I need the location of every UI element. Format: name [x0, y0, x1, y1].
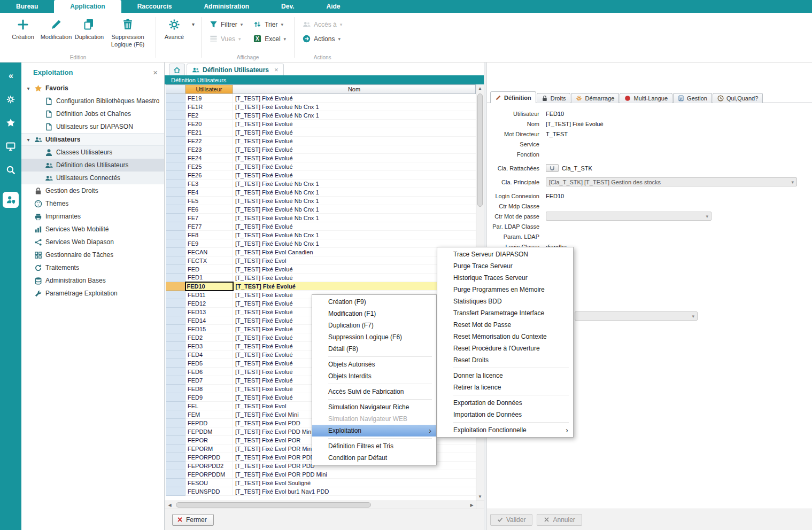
detail-tab-demarrage[interactable]: Démarrage [571, 93, 619, 103]
cell-utilisateur[interactable]: FED3 [185, 342, 233, 350]
field-dropdown-cla-principale[interactable]: [Cla_T_STK] [T_TEST] Gestion des stocks▾ [546, 177, 797, 186]
horizontal-scroll-thumb[interactable] [176, 502, 371, 508]
tree-item-gestionnaire-de-taches[interactable]: Gestionnaire de Tâches [21, 248, 164, 261]
cell-utilisateur[interactable]: FED13 [185, 308, 233, 316]
row-indicator[interactable] [166, 282, 185, 291]
field-value[interactable]: FED10 [546, 111, 564, 117]
column-header-utilisateur[interactable]: Utilisateur [185, 85, 233, 94]
detail-extra-dropdown[interactable]: ▾ [575, 311, 698, 321]
context-menu-item-creation-f9[interactable]: Création (F9) [312, 296, 436, 308]
tree-item-gestion-des-droits[interactable]: Gestion des Droits [21, 184, 164, 197]
ribbon-button-actions[interactable]: Actions▾ [303, 35, 342, 43]
row-indicator[interactable] [166, 171, 185, 180]
ribbon-button-avance[interactable]: Avancé▾ [162, 15, 195, 41]
table-row[interactable]: FEPORPDDM[T_TEST] Fixé Evol POR PDD Mini [166, 470, 476, 479]
cell-utilisateur[interactable]: FE19 [185, 94, 233, 103]
cell-utilisateur[interactable]: FECAN [185, 248, 233, 256]
row-indicator[interactable] [166, 180, 185, 188]
menubar-item-administration[interactable]: Administration [188, 0, 265, 13]
cell-utilisateur[interactable]: FED4 [185, 350, 233, 359]
tree-item-services-web-mobilite[interactable]: Services Web Mobilité [21, 223, 164, 236]
scroll-left-icon[interactable]: ◀ [166, 501, 174, 509]
row-indicator[interactable] [166, 436, 185, 445]
row-indicator[interactable] [166, 137, 185, 145]
menubar-item-application[interactable]: Application [54, 0, 121, 13]
cell-nom[interactable]: [T_TEST] Fixé Evolué [233, 222, 476, 231]
menubar-item-bureau[interactable]: Bureau [0, 0, 54, 13]
table-row[interactable]: FE25[T_TEST] Fixé Evolué [166, 162, 476, 171]
table-row[interactable]: FE19[T_TEST] Fixé Evolué [166, 94, 476, 103]
chevron-down-icon[interactable]: ▾ [26, 137, 31, 143]
field-value[interactable]: [T_TEST] Fixé Evolué [546, 121, 604, 127]
row-indicator[interactable] [166, 103, 185, 111]
context-menu-item-definition-filtres-et-tris[interactable]: Définition Filtres et Tris [312, 440, 436, 452]
cell-utilisateur[interactable]: FESOU [185, 479, 233, 487]
table-row[interactable]: FEUNSPDD[T_TEST] Fixé Evol bur1 Nav1 PDD [166, 487, 476, 496]
cell-utilisateur[interactable]: FE20 [185, 120, 233, 128]
context-menu-item-detail-f8[interactable]: Détail (F8) [312, 343, 436, 355]
row-indicator[interactable] [166, 120, 185, 128]
context-menu-item-objets-autorises[interactable]: Objets Autorisés [312, 358, 436, 370]
cell-nom[interactable]: [T_TEST] Fixé Evolué [233, 171, 476, 180]
horizontal-scrollbar[interactable]: ◀ ▶ [165, 501, 484, 509]
cell-utilisateur[interactable]: FEM [185, 410, 233, 419]
row-indicator[interactable] [166, 239, 185, 248]
fermer-button[interactable]: Fermer [172, 514, 214, 526]
row-indicator[interactable] [166, 265, 185, 274]
table-row[interactable]: FE1R[T_TEST] Fixé Evolué Nb Cnx 1 [166, 103, 476, 111]
tab-close-icon[interactable]: × [274, 66, 279, 74]
scroll-up-icon[interactable]: ▲ [476, 84, 484, 92]
table-row[interactable]: FE9[T_TEST] Fixé Evolué Nb Cnx 1 [166, 239, 476, 248]
table-row[interactable]: FE20[T_TEST] Fixé Evolué [166, 120, 476, 128]
tree-item-definition-jobs-et-chaines[interactable]: Définition Jobs et Chaînes [21, 107, 164, 120]
ribbon-button-suppression-logique-f6[interactable]: Suppression Logique (F6) [106, 15, 150, 49]
table-row[interactable]: FECTX[T_TEST] Fixé Evol [166, 256, 476, 265]
row-indicator[interactable] [166, 316, 185, 325]
tree-item-utilisateurs-connectes[interactable]: Utilisateurs Connectés [21, 172, 164, 184]
tree-item-favoris[interactable]: ▾Favoris [21, 82, 164, 95]
activity-gear-button[interactable] [3, 91, 19, 107]
cell-utilisateur[interactable]: FE26 [185, 171, 233, 180]
submenu-item-trace-serveur-diapason[interactable]: Trace Serveur DIAPASON [437, 248, 573, 260]
cell-nom[interactable]: [T_TEST] Fixé Evolué [233, 137, 476, 145]
activity-search-button[interactable] [3, 162, 19, 178]
cell-utilisateur[interactable]: FEPDD [185, 419, 233, 427]
table-row[interactable]: FE3[T_TEST] Fixé Evolué Nb Cnx 1 [166, 180, 476, 188]
cell-nom[interactable]: [T_TEST] Fixé Evolué Nb Cnx 1 [233, 197, 476, 205]
chevron-down-icon[interactable]: ▾ [26, 85, 31, 91]
row-indicator[interactable] [166, 427, 185, 436]
cell-utilisateur[interactable]: FED [185, 265, 233, 274]
row-indicator[interactable] [166, 359, 185, 368]
table-row[interactable]: FED10[T_TEST] Fixé Evolué [166, 282, 476, 291]
context-menu-item-condition-par-defaut[interactable]: Condition par Défaut [312, 452, 436, 464]
row-indicator[interactable] [166, 445, 185, 453]
detail-tab-gestion[interactable]: Gestion [673, 93, 712, 103]
horizontal-scroll-track[interactable] [174, 501, 468, 509]
tree-item-imprimantes[interactable]: Imprimantes [21, 210, 164, 223]
ribbon-button-duplication[interactable]: Duplication [73, 15, 106, 41]
cell-nom[interactable]: [T_TEST] Fixé Evol bur1 Nav1 PDD [233, 487, 476, 496]
row-indicator[interactable] [166, 299, 185, 308]
cell-utilisateur[interactable]: FED14 [185, 316, 233, 325]
submenu-item-reset-droits[interactable]: Reset Droits [437, 354, 573, 366]
cell-utilisateur[interactable]: FE23 [185, 145, 233, 154]
cell-utilisateur[interactable]: FED11 [185, 291, 233, 299]
detail-tab-definition[interactable]: Définition [490, 91, 536, 103]
row-indicator[interactable] [166, 231, 185, 239]
row-indicator[interactable] [166, 419, 185, 427]
cell-utilisateur[interactable]: FE5 [185, 197, 233, 205]
table-row[interactable]: FED1[T_TEST] Fixé Evolué [166, 274, 476, 282]
context-menu-item-simulation-navigateur-riche[interactable]: Simulation Navigateur Riche [312, 401, 436, 413]
row-indicator[interactable] [166, 462, 185, 470]
table-row[interactable]: FE23[T_TEST] Fixé Evolué [166, 145, 476, 154]
cell-nom[interactable]: [T_TEST] Fixé Evolué Nb Cnx 1 [233, 205, 476, 214]
row-indicator[interactable] [166, 470, 185, 479]
submenu-item-purge-programmes-en-memoire[interactable]: Purge Programmes en Mémoire [437, 284, 573, 295]
submenu-item-historique-traces-serveur[interactable]: Historique Traces Serveur [437, 272, 573, 284]
field-value[interactable]: T_TEST [546, 131, 568, 137]
cell-utilisateur[interactable]: FEUNSPDD [185, 487, 233, 496]
submenu-item-retirer-la-licence[interactable]: Retirer la licence [437, 381, 573, 393]
row-indicator[interactable] [166, 453, 185, 462]
row-indicator[interactable] [166, 479, 185, 487]
menubar-item-dev[interactable]: Dev. [265, 0, 310, 13]
